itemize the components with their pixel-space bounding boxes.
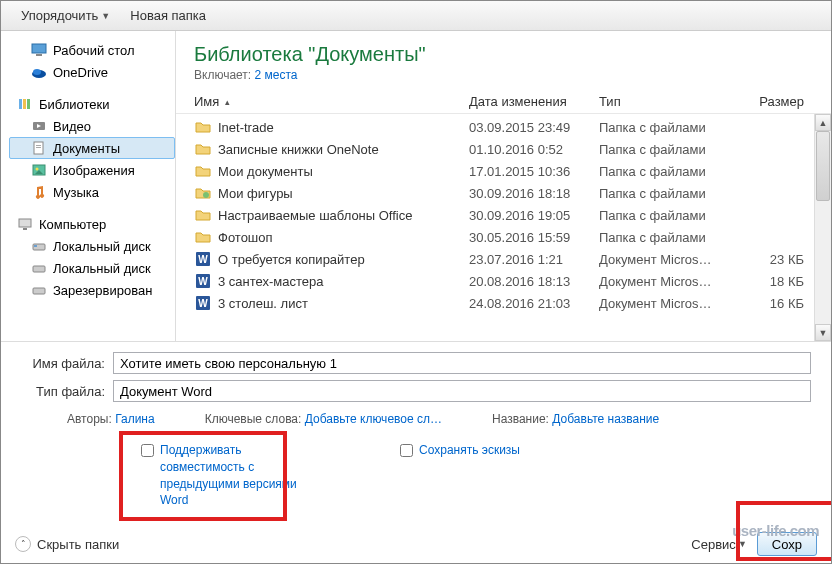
file-row[interactable]: Записные книжки OneNote01.10.2016 0:52Па… (176, 138, 831, 160)
scrollbar[interactable]: ▲ ▼ (814, 114, 831, 341)
folder-icon (194, 206, 212, 224)
compat-label[interactable]: Поддерживать совместимость с предыдущими… (160, 442, 310, 509)
filename-input[interactable] (113, 352, 811, 374)
drive-icon (31, 238, 47, 254)
chevron-down-icon: ▼ (101, 11, 110, 21)
sidebar-item-music[interactable]: Музыка (9, 181, 175, 203)
documents-icon (31, 140, 47, 156)
desktop-icon (31, 42, 47, 58)
new-folder-button[interactable]: Новая папка (120, 4, 216, 27)
libraries-icon (17, 96, 33, 112)
file-row[interactable]: Inet-trade03.09.2015 23:49Папка с файлам… (176, 116, 831, 138)
file-type: Папка с файлами (599, 142, 744, 157)
filetype-label: Тип файла: (21, 384, 113, 399)
sidebar-item-video[interactable]: Видео (9, 115, 175, 137)
sidebar-item-drive-0[interactable]: Локальный диск (9, 235, 175, 257)
organize-button[interactable]: Упорядочить ▼ (11, 4, 120, 27)
sidebar-group-libraries[interactable]: Библиотеки (9, 93, 175, 115)
metadata-row: Авторы: Галина Ключевые слова: Добавьте … (21, 408, 811, 430)
file-date: 30.05.2016 15:59 (469, 230, 599, 245)
file-row[interactable]: W3 сантех-мастера20.08.2016 18:13Докумен… (176, 270, 831, 292)
scroll-up-button[interactable]: ▲ (815, 114, 831, 131)
drive-icon (31, 260, 47, 276)
svg-rect-4 (19, 99, 22, 109)
hide-folders-button[interactable]: ˄ Скрыть папки (15, 536, 119, 552)
tags-value[interactable]: Добавьте ключевое сл… (305, 412, 442, 426)
svg-text:W: W (198, 276, 208, 287)
scroll-down-button[interactable]: ▼ (815, 324, 831, 341)
sidebar-item-label: Компьютер (39, 217, 106, 232)
column-headers: Имя ▴ Дата изменения Тип Размер (176, 90, 831, 114)
file-row[interactable]: W3 столеш. лист24.08.2016 21:03Документ … (176, 292, 831, 314)
thumbs-checkbox-group: Сохранять эскизы (400, 442, 520, 459)
svg-point-3 (33, 69, 41, 75)
sidebar-item-label: Локальный диск (53, 239, 151, 254)
file-row[interactable]: WО требуется копирайтер23.07.2016 1:21До… (176, 248, 831, 270)
svg-text:W: W (198, 298, 208, 309)
sidebar-item-drive-2[interactable]: Зарезервирован (9, 279, 175, 301)
svg-rect-11 (36, 147, 41, 148)
save-button[interactable]: Сохр (757, 532, 817, 556)
chevron-down-icon: ▼ (738, 539, 747, 549)
sidebar-group-computer[interactable]: Компьютер (9, 213, 175, 235)
col-size[interactable]: Размер (744, 94, 804, 109)
doc-title-label: Название: (492, 412, 549, 426)
sidebar: Рабочий стол OneDrive Библиотеки Видео Д… (1, 31, 176, 341)
bottom-bar: ˄ Скрыть папки Сервис ▼ Сохр (1, 525, 831, 563)
file-date: 17.01.2015 10:36 (469, 164, 599, 179)
sidebar-item-label: OneDrive (53, 65, 108, 80)
sidebar-item-drive-1[interactable]: Локальный диск (9, 257, 175, 279)
sidebar-item-pictures[interactable]: Изображения (9, 159, 175, 181)
filetype-combo[interactable] (113, 380, 811, 402)
file-name: Настраиваемые шаблоны Office (218, 208, 412, 223)
tools-button[interactable]: Сервис ▼ (691, 537, 746, 552)
sidebar-item-label: Рабочий стол (53, 43, 135, 58)
svg-rect-1 (36, 54, 42, 56)
sidebar-item-documents[interactable]: Документы (9, 137, 175, 159)
file-row[interactable]: Мои фигуры30.09.2016 18:18Папка с файлам… (176, 182, 831, 204)
pictures-icon (31, 162, 47, 178)
doc-title-value[interactable]: Добавьте название (552, 412, 659, 426)
sidebar-item-label: Музыка (53, 185, 99, 200)
svg-rect-16 (23, 228, 27, 230)
word-icon: W (194, 294, 212, 312)
scroll-thumb[interactable] (816, 131, 830, 201)
authors-value[interactable]: Галина (115, 412, 155, 426)
sidebar-item-label: Документы (53, 141, 120, 156)
sidebar-item-onedrive[interactable]: OneDrive (9, 61, 175, 83)
file-size: 16 КБ (744, 296, 804, 311)
svg-rect-15 (19, 219, 31, 227)
sidebar-item-label: Локальный диск (53, 261, 151, 276)
chevron-up-icon: ˄ (15, 536, 31, 552)
folder-icon (194, 162, 212, 180)
file-row[interactable]: Фотошоп30.05.2016 15:59Папка с файлами (176, 226, 831, 248)
file-type: Документ Micros… (599, 252, 744, 267)
file-row[interactable]: Мои документы17.01.2015 10:36Папка с фай… (176, 160, 831, 182)
sidebar-item-label: Видео (53, 119, 91, 134)
file-name: Мои фигуры (218, 186, 293, 201)
folder-icon (194, 118, 212, 136)
sidebar-item-label: Изображения (53, 163, 135, 178)
col-name[interactable]: Имя ▴ (194, 94, 469, 109)
col-type[interactable]: Тип (599, 94, 744, 109)
svg-rect-18 (34, 245, 37, 247)
thumbs-label[interactable]: Сохранять эскизы (419, 442, 520, 459)
svg-rect-19 (33, 266, 45, 272)
file-name: Записные книжки OneNote (218, 142, 379, 157)
sidebar-item-desktop[interactable]: Рабочий стол (9, 39, 175, 61)
svg-rect-0 (32, 44, 46, 53)
includes-link[interactable]: 2 места (255, 68, 298, 82)
file-list: Inet-trade03.09.2015 23:49Папка с файлам… (176, 114, 831, 341)
file-name: Фотошоп (218, 230, 273, 245)
file-date: 30.09.2016 18:18 (469, 186, 599, 201)
folder-icon (194, 140, 212, 158)
library-title: Библиотека "Документы" (194, 43, 813, 66)
file-date: 30.09.2016 19:05 (469, 208, 599, 223)
col-date[interactable]: Дата изменения (469, 94, 599, 109)
thumbs-checkbox[interactable] (400, 444, 413, 457)
compat-checkbox-group: Поддерживать совместимость с предыдущими… (141, 442, 310, 509)
tags-label: Ключевые слова: (205, 412, 302, 426)
file-row[interactable]: Настраиваемые шаблоны Office30.09.2016 1… (176, 204, 831, 226)
svg-rect-6 (27, 99, 30, 109)
compat-checkbox[interactable] (141, 444, 154, 457)
